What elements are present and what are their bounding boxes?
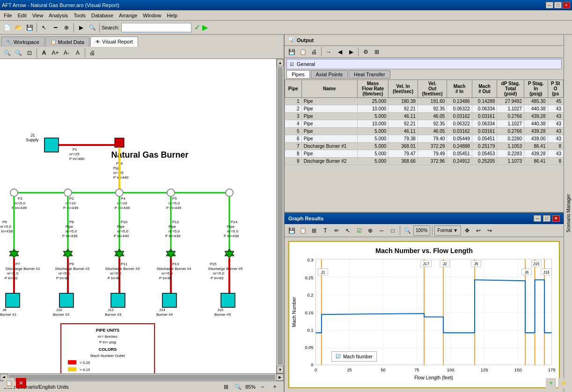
graph-rect-btn[interactable]: □ (388, 225, 398, 236)
p4-press: P In=439 (115, 206, 130, 210)
graph-close-btn[interactable]: ✕ (552, 215, 560, 222)
p1-press: P In=480 (69, 157, 85, 161)
scroll-down-arrow[interactable]: ▼ (277, 366, 284, 373)
tab-model-data[interactable]: 📋 Model Data (45, 36, 89, 47)
left-scrollbar-h[interactable]: ◀ ▶ (0, 373, 284, 381)
junction-btn[interactable]: ⊕ (61, 22, 72, 33)
close-btn[interactable]: ✕ (563, 2, 570, 8)
col-dp-stag: dP Stag.Total(psid) (497, 80, 524, 98)
output-table-container[interactable]: Pipe Name MassFlow Rate(lbm/sec) Vel. In… (285, 80, 564, 212)
out-arrow-btn[interactable]: → (323, 47, 334, 57)
menu-file[interactable]: File (1, 12, 15, 19)
menu-tools[interactable]: Tools (71, 12, 88, 19)
graph-move-btn[interactable]: ✥ (462, 225, 472, 236)
out-print-btn[interactable]: 🖨 (309, 47, 319, 57)
select-btn[interactable]: ↖ (39, 22, 49, 33)
scroll-right-arrow[interactable]: ▶ (276, 374, 284, 381)
run-btn[interactable]: ▶ (76, 22, 86, 33)
fit-window-btn[interactable]: ⊞ (221, 382, 231, 392)
font-btn[interactable]: A (73, 48, 83, 58)
bigger-btn[interactable]: A+ (50, 48, 60, 58)
node-j14[interactable] (162, 293, 176, 307)
bold-btn[interactable]: A (39, 48, 49, 58)
graph-copy-btn[interactable]: 📋 (298, 225, 308, 236)
graph-text-btn[interactable]: T (320, 225, 330, 236)
scroll-thumb-v[interactable] (278, 67, 283, 365)
graph-bottom-btn2[interactable]: ✕ (16, 378, 26, 388)
graph-draw-btn[interactable]: ✏ (331, 225, 342, 236)
menu-analysis[interactable]: Analysis (46, 12, 71, 19)
graph-table-btn[interactable]: ⊞ (309, 225, 319, 236)
smaller-btn[interactable]: A- (61, 48, 72, 58)
subtab-axial[interactable]: Axial Points (311, 70, 348, 79)
node-j10[interactable] (59, 293, 73, 307)
graph-check-btn[interactable]: ☑ (354, 225, 364, 236)
p2-flow: m'=10 (66, 201, 76, 205)
p8-flow: m'=5.0 (66, 229, 77, 233)
out-expand-btn[interactable]: ⊞ (372, 47, 382, 57)
out-settings-btn[interactable]: ⚙ (360, 47, 371, 57)
table-row: 3Pipe5.00046.1146.050.031620.031610.2766… (285, 113, 564, 120)
y-tick-5: 0.25 (305, 276, 313, 281)
out-save-btn[interactable]: 💾 (286, 47, 297, 57)
node-j12[interactable] (111, 293, 125, 307)
graph-bottom-right-btn1[interactable]: + (546, 378, 556, 388)
fit-btn[interactable]: ⊡ (24, 48, 35, 58)
y-tick-3: 0.15 (305, 311, 313, 316)
scroll-thumb-h[interactable] (8, 375, 275, 380)
p12-press: P In=438 (165, 234, 181, 238)
menu-help[interactable]: Help (164, 12, 180, 19)
search-input[interactable] (121, 23, 191, 32)
play-icon[interactable]: ▶ (202, 23, 208, 32)
table-row: 4Pipe10.00092.2192.350.063220.063341.102… (285, 120, 564, 128)
graph-link-btn[interactable]: ⊕ (365, 225, 375, 236)
annot-text-j15: J15 (533, 262, 540, 267)
node-j8[interactable] (6, 293, 20, 307)
node-j1[interactable] (44, 138, 59, 152)
output-tab-label[interactable]: Output (297, 37, 314, 43)
zoom-btn[interactable]: 🔍 (87, 22, 97, 33)
p6-flow: m'=5.0 (0, 225, 12, 229)
graph-save-btn[interactable]: 💾 (286, 225, 297, 236)
graph-bottom-right-btn2[interactable]: ⚡ (558, 378, 568, 388)
graph-undo-btn[interactable]: ↩ (473, 225, 484, 236)
scroll-up-arrow[interactable]: ▲ (277, 59, 284, 66)
graph-zoom-btn[interactable]: 🔍 (402, 225, 412, 236)
subtab-heat[interactable]: Heat Transfer (349, 70, 390, 79)
menu-arrange[interactable]: Arrange (116, 12, 140, 19)
zoom-out-btn[interactable]: 🔍 (13, 48, 23, 58)
out-copy-btn[interactable]: 📋 (298, 47, 308, 57)
zoom-in-btn[interactable]: 🔍 (2, 48, 12, 58)
zoom-plus-btn[interactable]: + (270, 382, 280, 392)
tab-workspace[interactable]: 🔧 Workspace (1, 36, 44, 47)
graph-select-btn[interactable]: ↖ (343, 225, 353, 236)
graph-min-btn[interactable]: ─ (534, 215, 541, 222)
subtab-pipes[interactable]: Pipes (286, 70, 310, 79)
new-btn[interactable]: 📄 (2, 22, 12, 33)
menu-window[interactable]: Window (140, 12, 164, 19)
out-prev-btn[interactable]: ◀ (335, 47, 345, 57)
zoom-minus-btn[interactable]: − (257, 382, 268, 392)
format-button[interactable]: Format ▼ (434, 225, 462, 236)
node-j16[interactable] (221, 293, 235, 307)
menu-view[interactable]: View (29, 12, 46, 19)
pipe-btn[interactable]: ━ (50, 22, 60, 33)
check-icon[interactable]: ✓ (194, 23, 200, 32)
maximize-btn[interactable]: □ (554, 2, 562, 8)
graph-max-btn[interactable]: □ (543, 215, 550, 222)
tab-visual-report[interactable]: 👁 Visual Report (90, 36, 138, 47)
out-next-btn[interactable]: ▶ (346, 47, 356, 57)
print-btn[interactable]: 🖨 (87, 48, 97, 58)
search-status-btn[interactable]: 🔍 (233, 382, 243, 392)
menu-database[interactable]: Database (88, 12, 116, 19)
left-scrollbar-v[interactable]: ▲ ▼ (276, 59, 284, 373)
graph-dash-btn[interactable]: ─ (376, 225, 387, 236)
p14-type: Pipe (227, 225, 235, 229)
save-btn[interactable]: 💾 (24, 22, 35, 33)
menu-edit[interactable]: Edit (15, 12, 29, 19)
open-btn[interactable]: 📂 (13, 22, 23, 33)
graph-redo-btn[interactable]: ↪ (484, 225, 495, 236)
minimize-btn[interactable]: ─ (546, 2, 553, 8)
j16-label: J16 (217, 308, 223, 312)
graph-bottom-btn1[interactable]: 📋 (4, 378, 14, 388)
